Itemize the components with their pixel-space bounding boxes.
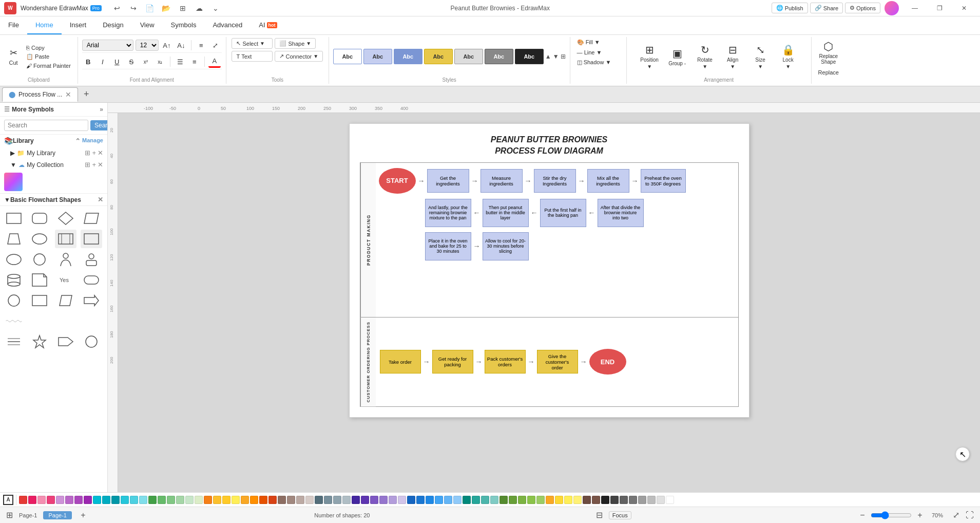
superscript-button[interactable]: x² [140, 55, 152, 68]
underline-button[interactable]: U [111, 55, 123, 68]
color-swatch-lg4[interactable] [527, 496, 535, 504]
color-swatch-g6[interactable] [195, 496, 203, 504]
shape-pack-orders[interactable]: Pack customer's orders [485, 350, 526, 373]
color-swatch-t4[interactable] [121, 496, 129, 504]
canvas-drag-handle[interactable]: ↖ [955, 447, 970, 461]
color-swatch-p2[interactable] [361, 496, 369, 504]
shape-get-ready[interactable]: Get ready for packing [432, 350, 473, 373]
shape-cell-person[interactable] [55, 250, 76, 269]
zoom-minus-button[interactable]: − [857, 510, 868, 520]
color-swatch-b1[interactable] [278, 496, 286, 504]
add-page-button[interactable]: + [78, 510, 88, 520]
shape-cell-circle2[interactable] [3, 291, 25, 310]
font-color-button[interactable]: A [208, 55, 221, 68]
style-swatch-3[interactable]: Abc [394, 49, 422, 64]
zoom-plus-button[interactable]: + [915, 510, 925, 520]
color-swatch-y4[interactable] [232, 496, 240, 504]
color-swatch-bl4[interactable] [435, 496, 443, 504]
menu-file[interactable]: File [0, 16, 27, 34]
color-swatch-t1[interactable] [93, 496, 101, 504]
color-swatch-ly1[interactable] [546, 496, 554, 504]
shape-cell-tag[interactable] [55, 332, 76, 351]
menu-advanced[interactable]: Advanced [204, 16, 251, 34]
color-swatch-b2[interactable] [287, 496, 295, 504]
shapes-expand-icon[interactable]: ▼ [4, 196, 10, 203]
panel-collapse-icon[interactable]: ☰ [4, 106, 10, 113]
shape-mix-ingredients[interactable]: Mix all the ingredients [587, 169, 629, 193]
text-align-button[interactable]: ≡ [195, 39, 207, 51]
menu-symbols[interactable]: Symbols [163, 16, 205, 34]
increase-font-button[interactable]: A↑ [161, 39, 173, 51]
color-swatch-r5[interactable] [56, 496, 64, 504]
template-button[interactable]: ⊞ [176, 1, 190, 15]
format-painter-button[interactable]: 🖌 Format Painter [24, 62, 73, 70]
color-swatch-lg5[interactable] [536, 496, 545, 504]
color-swatch-gr3[interactable] [620, 496, 628, 504]
color-swatch-gr2[interactable] [610, 496, 619, 504]
color-swatch-gr6[interactable] [647, 496, 656, 504]
shadow-button[interactable]: ◫ Shadow ▼ [574, 58, 622, 67]
color-swatch-t5[interactable] [130, 496, 138, 504]
color-swatch-y2[interactable] [213, 496, 221, 504]
shape-stir-ingredients[interactable]: Stir the dry Ingredients [534, 169, 576, 193]
my-library-import-icon[interactable]: ⊞ [85, 149, 90, 157]
color-swatch-t2[interactable] [102, 496, 110, 504]
color-swatch-r6[interactable] [65, 496, 73, 504]
select-button[interactable]: ↖ Select ▼ [232, 38, 273, 49]
more-button[interactable]: ⌄ [208, 1, 223, 15]
cut-button[interactable]: ✂ Cut [4, 45, 23, 68]
restore-button[interactable]: ❐ [928, 0, 951, 16]
color-swatch-lg3[interactable] [518, 496, 526, 504]
shape-cell-note[interactable] [29, 271, 50, 289]
color-swatch-i3[interactable] [333, 496, 341, 504]
tab-close-button[interactable]: ✕ [65, 90, 71, 99]
styles-scroll-up[interactable]: ▲ [545, 53, 551, 60]
style-swatch-2[interactable]: Abc [363, 49, 392, 64]
shape-cell-rect2[interactable] [29, 291, 50, 310]
color-swatch-o3[interactable] [259, 496, 267, 504]
bold-button[interactable]: B [82, 55, 94, 68]
color-swatch-p4[interactable] [379, 496, 388, 504]
publish-button[interactable]: 🌐 Publish [772, 3, 808, 13]
color-swatch-lg1[interactable] [499, 496, 508, 504]
shape-measure-ingredients[interactable]: Measure ingredients [481, 169, 523, 193]
align-button[interactable]: ⊟ Align ▼ [719, 42, 746, 71]
color-swatch-g3[interactable] [167, 496, 175, 504]
library-collapse-icon[interactable]: ⌃ [75, 137, 81, 145]
color-swatch-ly3[interactable] [564, 496, 572, 504]
color-swatch-br1[interactable] [583, 496, 591, 504]
replace-shape-button[interactable]: ⬡ ReplaceShape [816, 38, 841, 67]
zoom-level[interactable]: 70% [928, 512, 947, 518]
shape-cell-lines[interactable] [3, 332, 25, 351]
color-swatch-tl1[interactable] [463, 496, 471, 504]
font-size-select[interactable]: 12 [136, 40, 159, 51]
color-swatch-r8[interactable] [84, 496, 92, 504]
styles-expand[interactable]: ⊞ [561, 53, 566, 60]
shape-peanut-butter[interactable]: Then put peanut butter in the middle lay… [483, 199, 529, 227]
style-swatch-7[interactable]: Abc [515, 49, 544, 64]
bullets-button[interactable]: ☰ [174, 55, 186, 68]
color-swatch-ly4[interactable] [573, 496, 582, 504]
color-swatch-b4[interactable] [305, 496, 314, 504]
focus-button[interactable]: Focus [609, 511, 631, 519]
copy-button[interactable]: ⎘ Copy [24, 44, 73, 52]
color-swatch-o1[interactable] [241, 496, 249, 504]
color-swatch-p3[interactable] [370, 496, 378, 504]
color-swatch-gr1[interactable] [601, 496, 609, 504]
color-swatch-bl5[interactable] [444, 496, 452, 504]
my-collection-add-icon[interactable]: + [92, 161, 96, 169]
shape-cell-diamond[interactable] [55, 209, 76, 228]
shape-cell-circle3[interactable] [81, 332, 102, 351]
color-swatch-t3[interactable] [111, 496, 120, 504]
shape-divide-brownie[interactable]: After that divide the brownie mixture in… [598, 199, 644, 227]
style-swatch-6[interactable]: Abc [485, 49, 513, 64]
shape-cell-person2[interactable] [81, 250, 102, 269]
search-input[interactable] [4, 120, 88, 131]
strikethrough-button[interactable]: S [125, 55, 138, 68]
undo-button[interactable]: ↩ [110, 1, 124, 15]
redo-button[interactable]: ↪ [126, 1, 141, 15]
color-swatch-r1[interactable] [19, 496, 27, 504]
shape-cell-trapezoid[interactable] [3, 230, 25, 248]
tab-process-flow[interactable]: ⬤ Process Flow ... ✕ [2, 87, 78, 102]
size-button[interactable]: ⤡ Size ▼ [747, 42, 774, 71]
